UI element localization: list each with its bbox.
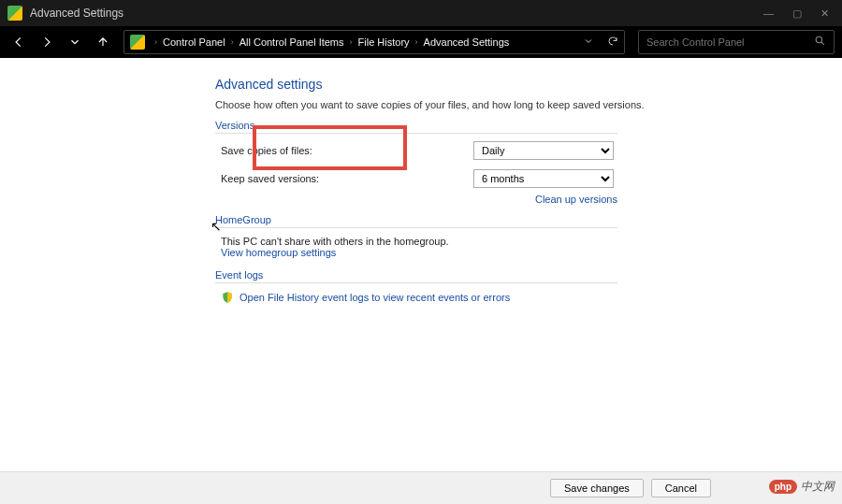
eventlogs-header: Event logs [215,269,617,283]
breadcrumb-item[interactable]: File History [358,36,410,48]
breadcrumb-item[interactable]: Advanced Settings [424,36,510,48]
refresh-button[interactable] [607,36,618,49]
page-description: Choose how often you want to save copies… [215,99,842,110]
page-title: Advanced settings [215,77,842,92]
search-input[interactable] [646,36,814,48]
shield-icon [221,291,234,304]
versions-header: Versions [215,120,617,134]
chevron-right-icon: › [415,37,418,47]
save-copies-select[interactable]: Daily [473,141,614,160]
close-button[interactable]: ✕ [820,7,829,20]
up-button[interactable] [92,31,114,53]
breadcrumb-item[interactable]: All Control Panel Items [240,36,344,48]
watermark-text: 中文网 [801,479,835,495]
recent-dropdown[interactable] [64,31,86,53]
app-icon [7,6,22,21]
save-button[interactable]: Save changes [550,479,644,497]
homegroup-header: HomeGroup [215,214,617,228]
search-icon[interactable] [814,34,826,50]
svg-point-0 [816,36,822,43]
forward-button[interactable] [36,31,58,53]
chevron-right-icon: › [350,37,353,47]
minimize-button[interactable]: — [763,7,774,20]
keep-versions-select[interactable]: 6 months [473,169,614,188]
address-dropdown[interactable] [583,36,594,49]
breadcrumb-item[interactable]: Control Panel [163,36,225,48]
control-panel-icon [130,35,145,50]
content-area: Advanced settings Choose how often you w… [0,58,842,471]
cleanup-versions-link[interactable]: Clean up versions [535,194,617,205]
window-title: Advanced Settings [30,7,763,20]
homegroup-text: This PC can't share with others in the h… [221,236,842,247]
watermark: php 中文网 [769,479,835,495]
event-logs-link[interactable]: Open File History event logs to view rec… [240,292,510,303]
maximize-button[interactable]: ▢ [792,7,802,20]
footer: Save changes Cancel [0,471,842,504]
keep-versions-label: Keep saved versions: [221,173,473,184]
chevron-right-icon: › [231,37,234,47]
cancel-button[interactable]: Cancel [651,479,711,497]
homegroup-settings-link[interactable]: View homegroup settings [221,247,336,258]
back-button[interactable] [7,31,30,53]
save-copies-label: Save copies of files: [221,145,473,156]
search-box[interactable] [638,30,835,54]
watermark-logo: php [769,480,797,494]
address-bar[interactable]: › Control Panel › All Control Panel Item… [123,30,625,54]
titlebar: Advanced Settings — ▢ ✕ [0,0,842,26]
navbar: › Control Panel › All Control Panel Item… [0,26,842,58]
chevron-right-icon: › [154,37,157,47]
